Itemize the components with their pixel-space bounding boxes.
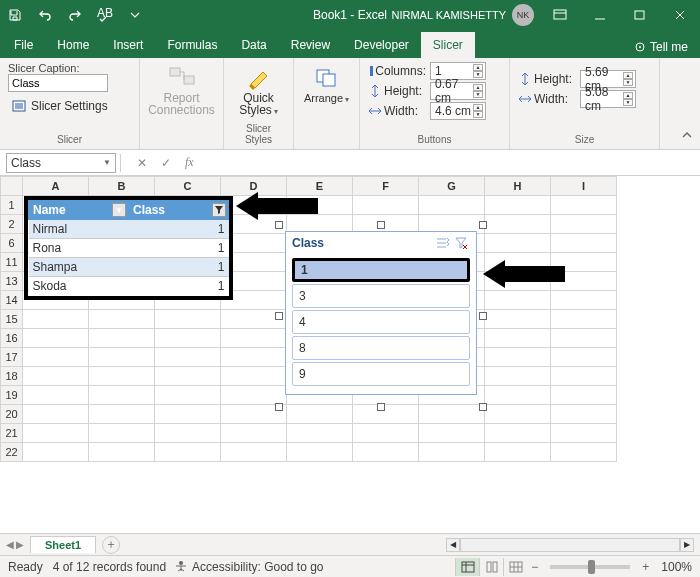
arrange-button[interactable]: Arrange — [302, 62, 351, 108]
cell[interactable] — [221, 424, 287, 443]
zoom-percent[interactable]: 100% — [653, 560, 700, 574]
selection-handle[interactable] — [275, 403, 283, 411]
slicer-caption-input[interactable] — [8, 74, 108, 92]
spellcheck-icon[interactable]: ABC — [90, 0, 120, 30]
cell[interactable] — [221, 386, 287, 405]
row-header[interactable]: 15 — [1, 310, 23, 329]
cell[interactable] — [221, 367, 287, 386]
cell[interactable] — [23, 348, 89, 367]
selection-handle[interactable] — [479, 221, 487, 229]
cell[interactable] — [551, 405, 617, 424]
cell[interactable] — [23, 424, 89, 443]
cell[interactable] — [23, 367, 89, 386]
multi-select-icon[interactable] — [434, 234, 452, 252]
cell[interactable] — [155, 310, 221, 329]
table-header-class[interactable]: Class — [129, 201, 229, 220]
cell[interactable] — [155, 424, 221, 443]
cell[interactable] — [155, 367, 221, 386]
zoom-slider[interactable] — [550, 565, 630, 569]
cell[interactable] — [485, 348, 551, 367]
cell[interactable] — [23, 329, 89, 348]
slicer-item[interactable]: 1 — [292, 258, 470, 282]
tab-slicer[interactable]: Slicer — [421, 32, 475, 58]
cell[interactable] — [485, 310, 551, 329]
maximize-icon[interactable] — [620, 0, 660, 30]
tab-developer[interactable]: Developer — [342, 32, 421, 58]
cell[interactable] — [89, 367, 155, 386]
tab-insert[interactable]: Insert — [101, 32, 155, 58]
selection-handle[interactable] — [275, 312, 283, 320]
cell[interactable] — [551, 348, 617, 367]
new-sheet-button[interactable]: ＋ — [102, 536, 120, 554]
button-width-input[interactable]: 4.6 cm▲▼ — [430, 102, 486, 120]
hscroll-track[interactable] — [460, 538, 680, 552]
row-header[interactable]: 11 — [1, 253, 23, 272]
row-header[interactable]: 21 — [1, 424, 23, 443]
tab-data[interactable]: Data — [229, 32, 278, 58]
table-cell[interactable]: 1 — [129, 258, 229, 277]
cell[interactable] — [551, 234, 617, 253]
row-header[interactable]: 20 — [1, 405, 23, 424]
cell[interactable] — [551, 367, 617, 386]
collapse-ribbon-icon[interactable] — [680, 128, 694, 145]
row-header[interactable]: 2 — [1, 215, 23, 234]
cell[interactable] — [353, 405, 419, 424]
slicer-settings-button[interactable]: Slicer Settings — [8, 95, 131, 117]
cell[interactable] — [485, 443, 551, 462]
table-cell[interactable]: Nirmal — [29, 220, 129, 239]
tab-home[interactable]: Home — [45, 32, 101, 58]
button-height-input[interactable]: 0.67 cm▲▼ — [430, 82, 486, 100]
cancel-formula-icon[interactable]: ✕ — [133, 156, 151, 170]
slicer-width-input[interactable]: 5.08 cm▲▼ — [580, 90, 636, 108]
cell[interactable] — [221, 348, 287, 367]
tab-scroll-right-icon[interactable]: ▶ — [16, 539, 24, 550]
zoom-out-button[interactable]: − — [527, 560, 542, 574]
cell[interactable] — [353, 424, 419, 443]
slicer-box[interactable]: Class 13489 — [285, 231, 477, 395]
row-header[interactable]: 14 — [1, 291, 23, 310]
redo-icon[interactable] — [60, 0, 90, 30]
cell[interactable] — [551, 196, 617, 215]
cell[interactable] — [89, 310, 155, 329]
cell[interactable] — [155, 405, 221, 424]
column-header[interactable]: F — [353, 177, 419, 196]
cell[interactable] — [155, 348, 221, 367]
table-cell[interactable]: 1 — [129, 277, 229, 296]
cell[interactable] — [485, 386, 551, 405]
cell[interactable] — [221, 329, 287, 348]
table-cell[interactable]: 1 — [129, 239, 229, 258]
tell-me[interactable]: Tell me — [634, 40, 700, 58]
cell[interactable] — [287, 424, 353, 443]
cell[interactable] — [89, 424, 155, 443]
cell[interactable] — [485, 215, 551, 234]
row-header[interactable]: 18 — [1, 367, 23, 386]
cell[interactable] — [155, 329, 221, 348]
cell[interactable] — [221, 443, 287, 462]
cell[interactable] — [353, 196, 419, 215]
table-cell[interactable]: Shampa — [29, 258, 129, 277]
cell[interactable] — [551, 329, 617, 348]
column-header[interactable]: G — [419, 177, 485, 196]
cell[interactable] — [89, 329, 155, 348]
ribbon-display-options-icon[interactable] — [540, 0, 580, 30]
hscroll-right-icon[interactable]: ▶ — [680, 538, 694, 552]
cell[interactable] — [89, 405, 155, 424]
cell[interactable] — [353, 443, 419, 462]
cell[interactable] — [89, 443, 155, 462]
selection-handle[interactable] — [377, 403, 385, 411]
select-all-cell[interactable] — [1, 177, 23, 196]
tab-scroll-left-icon[interactable]: ◀ — [6, 539, 14, 550]
grid-area[interactable]: ABCDEFGHI 1261113141516171819202122 Name… — [0, 176, 700, 533]
normal-view-icon[interactable] — [455, 558, 479, 576]
cell[interactable] — [551, 310, 617, 329]
clear-filter-icon[interactable] — [452, 234, 470, 252]
row-header[interactable]: 1 — [1, 196, 23, 215]
cell[interactable] — [551, 424, 617, 443]
cell[interactable] — [419, 424, 485, 443]
cell[interactable] — [485, 196, 551, 215]
row-header[interactable]: 22 — [1, 443, 23, 462]
cell[interactable] — [485, 405, 551, 424]
table-cell[interactable]: 1 — [129, 220, 229, 239]
qat-customize-icon[interactable] — [120, 0, 150, 30]
cell[interactable] — [155, 386, 221, 405]
